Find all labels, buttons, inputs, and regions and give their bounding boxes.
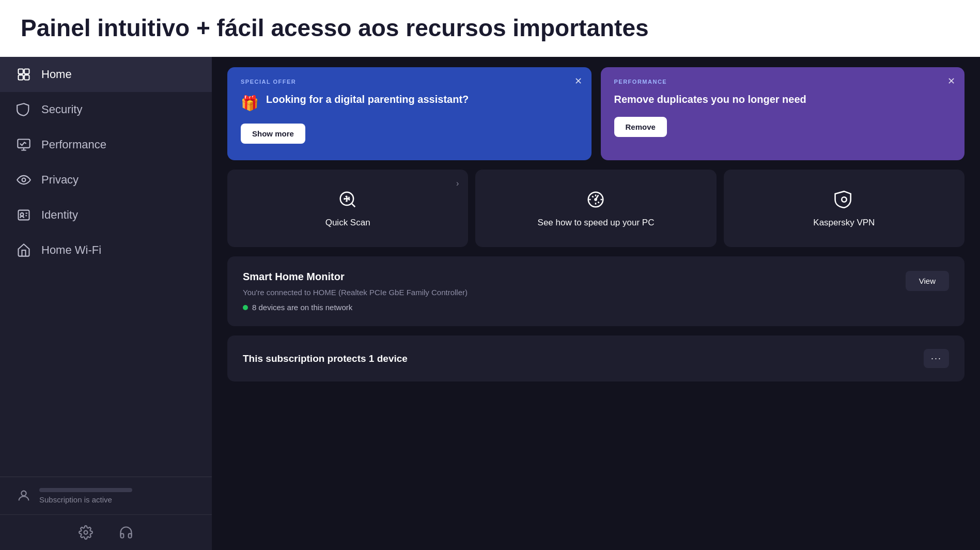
promo-badge-blue: SPECIAL OFFER: [241, 79, 578, 85]
promo-title-purple: Remove duplicates you no longer need: [614, 92, 952, 106]
sidebar-item-privacy[interactable]: Privacy: [0, 162, 212, 197]
sidebar-label-home: Home: [41, 68, 72, 81]
sidebar-footer: [0, 514, 212, 550]
smart-home-status: 8 devices are on this network: [243, 303, 468, 312]
monitor-icon: [15, 136, 32, 153]
svg-point-7: [21, 213, 24, 216]
svg-rect-2: [19, 75, 23, 80]
action-tiles-row: › Quick Scan: [227, 170, 965, 247]
subscription-card: This subscription protects 1 device ···: [227, 335, 965, 381]
sidebar-label-privacy: Privacy: [41, 173, 79, 187]
status-dot-icon: [243, 305, 248, 310]
close-blue-card-icon[interactable]: ✕: [574, 75, 582, 87]
quick-scan-label: Quick Scan: [325, 217, 370, 229]
svg-point-8: [21, 491, 26, 496]
smart-home-status-text: 8 devices are on this network: [252, 303, 352, 312]
sidebar-item-performance[interactable]: Performance: [0, 127, 212, 162]
subscription-text: Subscription is active: [39, 495, 132, 504]
shield-icon: [15, 101, 32, 118]
vpn-label: Kaspersky VPN: [813, 217, 875, 229]
sidebar-label-identity: Identity: [41, 208, 78, 222]
speed-up-label: See how to speed up your PC: [538, 217, 655, 229]
quick-scan-tile[interactable]: › Quick Scan: [227, 170, 468, 247]
show-more-button[interactable]: Show more: [241, 124, 305, 144]
subscription-title: This subscription protects 1 device: [243, 353, 408, 364]
promo-card-purple: PERFORMANCE Remove duplicates you no lon…: [601, 67, 965, 160]
subscription-info: Subscription is active: [39, 488, 132, 504]
promo-badge-purple: PERFORMANCE: [614, 79, 952, 85]
quick-scan-icon: [338, 190, 357, 209]
svg-rect-3: [24, 75, 29, 80]
user-item: Subscription is active: [15, 487, 196, 504]
identity-icon: [15, 207, 32, 223]
sidebar-bottom: Subscription is active: [0, 477, 212, 514]
speed-icon: [586, 190, 605, 209]
home-icon: [15, 66, 32, 83]
svg-point-14: [842, 197, 847, 202]
sidebar-label-home-wifi: Home Wi-Fi: [41, 243, 101, 257]
smart-home-subtitle: You're connected to HOME (Realtek PCIe G…: [243, 288, 468, 297]
top-banner: Painel intuitivo + fácil acesso aos recu…: [0, 0, 980, 57]
gift-icon: 🎁: [241, 93, 259, 113]
subscription-bar: [39, 488, 132, 492]
svg-rect-1: [24, 69, 29, 74]
user-icon: [15, 487, 32, 504]
speed-up-pc-tile[interactable]: See how to speed up your PC: [475, 170, 716, 247]
banner-text: Painel intuitivo + fácil acesso aos recu…: [21, 14, 649, 42]
remove-button[interactable]: Remove: [614, 117, 667, 137]
settings-icon[interactable]: [79, 525, 93, 540]
home-wifi-icon: [15, 242, 32, 258]
promo-cards-row: SPECIAL OFFER 🎁 Looking for a digital pa…: [227, 67, 965, 160]
close-purple-card-icon[interactable]: ✕: [947, 75, 955, 87]
smart-home-card: Smart Home Monitor You're connected to H…: [227, 256, 965, 326]
smart-home-content: Smart Home Monitor You're connected to H…: [243, 271, 468, 312]
sidebar-label-security: Security: [41, 103, 82, 116]
svg-rect-0: [19, 69, 23, 74]
sidebar: Home Security Performance: [0, 57, 212, 550]
sidebar-label-performance: Performance: [41, 138, 106, 151]
promo-title-blue: 🎁 Looking for a digital parenting assist…: [241, 92, 578, 113]
sidebar-item-identity[interactable]: Identity: [0, 197, 212, 233]
subscription-more-button[interactable]: ···: [924, 349, 949, 368]
svg-point-9: [84, 531, 88, 534]
sidebar-item-security[interactable]: Security: [0, 92, 212, 127]
svg-point-5: [22, 178, 26, 182]
smart-home-title: Smart Home Monitor: [243, 271, 468, 283]
promo-card-blue: SPECIAL OFFER 🎁 Looking for a digital pa…: [227, 67, 592, 160]
sidebar-item-home[interactable]: Home: [0, 57, 212, 92]
view-button[interactable]: View: [906, 271, 949, 291]
vpn-icon: [834, 190, 854, 209]
content-area: SPECIAL OFFER 🎁 Looking for a digital pa…: [212, 57, 980, 550]
quick-scan-arrow-icon: ›: [456, 179, 459, 188]
kaspersky-vpn-tile[interactable]: Kaspersky VPN: [724, 170, 965, 247]
eye-icon: [15, 172, 32, 188]
support-icon[interactable]: [119, 525, 133, 540]
sidebar-item-home-wifi[interactable]: Home Wi-Fi: [0, 233, 212, 268]
main-layout: Home Security Performance: [0, 57, 980, 550]
